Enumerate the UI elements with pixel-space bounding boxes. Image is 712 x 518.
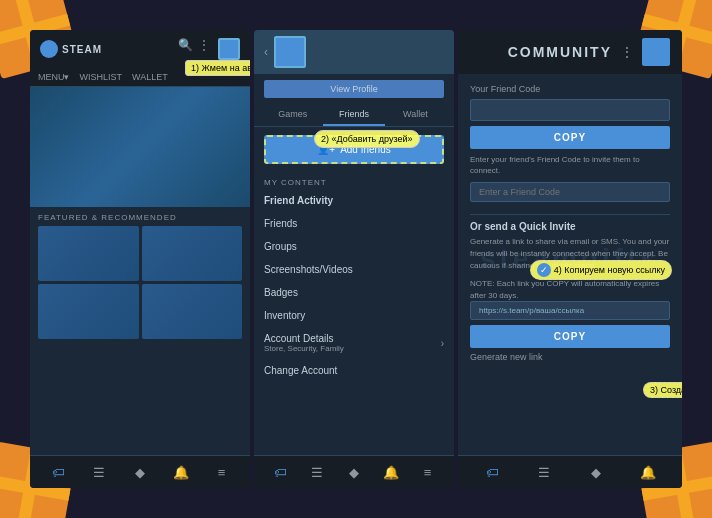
- nav-menu[interactable]: MENU▾: [38, 72, 70, 82]
- menu-friend-activity[interactable]: Friend Activity: [254, 189, 454, 212]
- m-nav-list-icon[interactable]: ☰: [309, 464, 325, 480]
- steam-client-panel: STEAM 🔍 ⋮ 1) Жмем на аватарку MENU▾ WISH…: [30, 30, 250, 488]
- community-title: COMMUNITY: [508, 44, 612, 60]
- invite-link-url: https://s.team/p/ваша/ссылка: [470, 301, 670, 320]
- tab-games[interactable]: Games: [262, 104, 323, 126]
- menu-account-arrow-icon: ›: [441, 338, 444, 349]
- r-nav-tag-icon[interactable]: 🏷: [484, 464, 500, 480]
- friend-code-hint: Enter your friend's Friend Code to invit…: [470, 154, 670, 176]
- m-nav-menu-icon[interactable]: ≡: [420, 464, 436, 480]
- m-nav-diamond-icon[interactable]: ◆: [346, 464, 362, 480]
- annotation-3: 3) Создаем новую ссылку: [643, 382, 682, 398]
- r-nav-list-icon[interactable]: ☰: [536, 464, 552, 480]
- annotation-4-text: 4) Копируем новую ссылку: [554, 265, 665, 275]
- menu-groups-label: Groups: [264, 241, 297, 252]
- enter-friend-code-input[interactable]: [470, 182, 670, 202]
- tab-wallet[interactable]: Wallet: [385, 104, 446, 126]
- quick-invite-title: Or send a Quick Invite: [470, 221, 670, 232]
- nav-list-icon[interactable]: ☰: [91, 464, 107, 480]
- menu-badges-label: Badges: [264, 287, 298, 298]
- nav-wishlist[interactable]: WISHLIST: [80, 72, 123, 82]
- nav-diamond-icon[interactable]: ◆: [132, 464, 148, 480]
- steam-icon: [40, 40, 58, 58]
- community-panel: steamgifts COMMUNITY ⋮ Your Friend Code …: [458, 30, 682, 488]
- nav-menu-icon[interactable]: ≡: [214, 464, 230, 480]
- menu-account-details-content: Account Details Store, Security, Family: [264, 333, 344, 353]
- menu-change-account[interactable]: Change Account: [254, 359, 454, 382]
- steam-header-icons: 🔍 ⋮: [178, 38, 240, 60]
- community-header: COMMUNITY ⋮: [458, 30, 682, 74]
- r-nav-diamond-icon[interactable]: ◆: [588, 464, 604, 480]
- search-icon[interactable]: 🔍: [178, 38, 192, 52]
- profile-header: ‹: [254, 30, 454, 74]
- more-icon[interactable]: ⋮: [198, 38, 212, 52]
- menu-inventory[interactable]: Inventory: [254, 304, 454, 327]
- featured-item-3[interactable]: [38, 284, 139, 339]
- steam-banner: [30, 87, 250, 207]
- copy-friend-code-button[interactable]: COPY: [470, 126, 670, 149]
- my-content-label: MY CONTENT: [254, 172, 454, 189]
- community-more-icon[interactable]: ⋮: [620, 44, 634, 60]
- menu-inventory-label: Inventory: [264, 310, 305, 321]
- nav-wallet[interactable]: WALLET: [132, 72, 168, 82]
- generate-new-link-button[interactable]: Generate new link: [470, 352, 543, 362]
- menu-change-account-label: Change Account: [264, 365, 337, 376]
- annotation-add-friends: 2) «Добавить друзей»: [314, 130, 420, 148]
- m-nav-bell-icon[interactable]: 🔔: [383, 464, 399, 480]
- featured-item-4[interactable]: [142, 284, 243, 339]
- check-circle-icon: ✓: [537, 263, 551, 277]
- steam-title: STEAM: [62, 44, 102, 55]
- menu-screenshots-label: Screenshots/Videos: [264, 264, 353, 275]
- tab-friends[interactable]: Friends: [323, 104, 384, 126]
- friend-code-input[interactable]: [470, 99, 670, 121]
- menu-badges[interactable]: Badges: [254, 281, 454, 304]
- featured-item-2[interactable]: [142, 226, 243, 281]
- left-bottom-nav: 🏷 ☰ ◆ 🔔 ≡: [30, 455, 250, 488]
- back-arrow-icon[interactable]: ‹: [264, 45, 268, 59]
- friend-code-label: Your Friend Code: [470, 84, 670, 94]
- annotation-4: ✓ 4) Копируем новую ссылку: [530, 260, 672, 280]
- r-nav-bell-icon[interactable]: 🔔: [640, 464, 656, 480]
- friend-code-section: Your Friend Code COPY Enter your friend'…: [458, 74, 682, 208]
- featured-label: FEATURED & RECOMMENDED: [30, 207, 250, 226]
- profile-tabs: Games Friends Wallet: [254, 104, 454, 127]
- profile-dropdown-panel: ‹ View Profile 2) «Добавить друзей» Game…: [254, 30, 454, 488]
- copy-invite-link-button[interactable]: COPY: [470, 325, 670, 348]
- menu-groups[interactable]: Groups: [254, 235, 454, 258]
- steam-logo: STEAM: [40, 40, 102, 58]
- featured-grid: [30, 226, 250, 339]
- user-avatar[interactable]: [218, 38, 240, 60]
- middle-bottom-nav: 🏷 ☰ ◆ 🔔 ≡: [254, 455, 454, 488]
- annotation-avatar: 1) Жмем на аватарку: [185, 60, 250, 76]
- menu-account-label: Account Details: [264, 333, 344, 344]
- quick-invite-section: Or send a Quick Invite Generate a link t…: [458, 221, 682, 367]
- menu-screenshots[interactable]: Screenshots/Videos: [254, 258, 454, 281]
- profile-avatar[interactable]: [274, 36, 306, 68]
- main-container: STEAM 🔍 ⋮ 1) Жмем на аватарку MENU▾ WISH…: [30, 30, 682, 488]
- nav-bell-icon[interactable]: 🔔: [173, 464, 189, 480]
- menu-friends-label: Friends: [264, 218, 297, 229]
- menu-friend-activity-label: Friend Activity: [264, 195, 333, 206]
- view-profile-button[interactable]: View Profile: [264, 80, 444, 98]
- featured-item-1[interactable]: [38, 226, 139, 281]
- community-avatar[interactable]: [642, 38, 670, 66]
- menu-account-details[interactable]: Account Details Store, Security, Family …: [254, 327, 454, 359]
- generate-row: Generate new link: [470, 352, 670, 362]
- nav-tag-icon[interactable]: 🏷: [50, 464, 66, 480]
- right-bottom-nav: 🏷 ☰ ◆ 🔔: [458, 455, 682, 488]
- menu-account-sub: Store, Security, Family: [264, 344, 344, 353]
- quick-invite-note: NOTE: Each link you COPY will automatica…: [470, 278, 670, 300]
- m-nav-tag-icon[interactable]: 🏷: [272, 464, 288, 480]
- divider-1: [470, 214, 670, 215]
- menu-friends[interactable]: Friends: [254, 212, 454, 235]
